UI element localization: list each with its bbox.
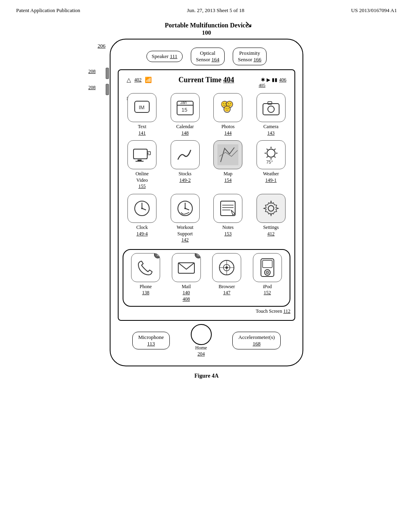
svg-rect-52 bbox=[263, 260, 272, 268]
accelerometers-box: Accelerometer(s)168 bbox=[232, 332, 281, 349]
status-right: ✱ ▶ ▮▮ 406 bbox=[261, 77, 286, 83]
app-label-text: Text141 bbox=[138, 124, 146, 136]
app-icon-map[interactable] bbox=[213, 140, 242, 169]
proximity-sensor: ProximitySensor 166 bbox=[233, 48, 267, 65]
svg-point-39 bbox=[184, 208, 186, 209]
device-title-area: Portable Multifunction Device 100 ↘ bbox=[165, 22, 248, 36]
app-icon-photos[interactable]: 🙂 🙂 🙂 bbox=[213, 93, 242, 122]
app-text[interactable]: IM Text141 bbox=[123, 93, 162, 136]
microphone-item: Microphone113 bbox=[132, 332, 170, 349]
status-402-label: 402 bbox=[134, 77, 142, 83]
app-icon-mail[interactable]: 6 ↙410 bbox=[172, 253, 201, 282]
app-label-weather: Weather149-1 bbox=[263, 171, 279, 183]
accelerometers-item: Accelerometer(s)168 bbox=[232, 332, 281, 349]
im-icon: IM bbox=[131, 97, 152, 118]
app-icon-notes[interactable] bbox=[213, 194, 242, 223]
side-button-volume-down[interactable] bbox=[106, 84, 109, 95]
app-icon-workout[interactable] bbox=[171, 194, 200, 223]
app-online-video[interactable]: OnlineVideo155 bbox=[123, 140, 162, 190]
optical-sensor: OpticalSensor 164 bbox=[191, 48, 225, 65]
app-notes[interactable]: Notes153 bbox=[209, 194, 248, 243]
header-center: Jun. 27, 2013 Sheet 5 of 18 bbox=[187, 7, 244, 14]
svg-point-35 bbox=[141, 208, 143, 209]
microphone-box: Microphone113 bbox=[132, 332, 170, 349]
phone-badge: 4 bbox=[154, 253, 160, 258]
app-label-notes: Notes153 bbox=[222, 224, 234, 237]
app-icon-calendar[interactable]: Jan 15 bbox=[171, 93, 200, 122]
device-title-line2: 100 bbox=[202, 29, 211, 36]
weather-icon: 75° bbox=[261, 144, 282, 165]
app-camera[interactable]: Camera143 bbox=[252, 93, 291, 136]
battery-icon: ▮▮ bbox=[272, 77, 277, 83]
home-label: Home204 bbox=[195, 345, 207, 357]
notes-icon bbox=[217, 198, 238, 219]
play-icon: ▶ bbox=[267, 77, 270, 83]
workout-icon bbox=[175, 198, 196, 219]
header-left: Patent Application Publication bbox=[16, 7, 80, 14]
dock-browser[interactable]: Browser147 bbox=[209, 253, 245, 303]
dock-ipod[interactable]: iPod152 bbox=[249, 253, 286, 303]
home-item[interactable]: Home204 bbox=[191, 324, 212, 357]
clock-icon bbox=[131, 198, 152, 219]
app-stocks[interactable]: Stocks149-2 bbox=[166, 140, 205, 190]
svg-text:15: 15 bbox=[181, 107, 187, 113]
app-icon-camera[interactable] bbox=[257, 93, 286, 122]
side-button-volume-up[interactable] bbox=[106, 68, 109, 79]
page-container: Patent Application Publication Jun. 27, … bbox=[0, 0, 413, 532]
app-workout[interactable]: WorkoutSupport142 bbox=[166, 194, 205, 243]
diagram-area: Portable Multifunction Device 100 ↘ 206 … bbox=[0, 18, 413, 379]
label-406: 406 bbox=[279, 77, 286, 83]
svg-text:75°: 75° bbox=[266, 160, 273, 164]
app-icon-online-video[interactable] bbox=[127, 140, 156, 169]
app-clock[interactable]: Clock149-4 bbox=[123, 194, 162, 243]
device-outer: 208 208 Speaker 111 OpticalSensor 164 bbox=[110, 39, 303, 366]
home-button[interactable] bbox=[191, 324, 212, 345]
app-icon-weather[interactable]: 75° bbox=[257, 140, 286, 169]
dock-phone[interactable]: 4 ↙414 Phone138 bbox=[127, 253, 164, 303]
app-icon-clock[interactable] bbox=[127, 194, 156, 223]
app-icon-browser[interactable] bbox=[212, 253, 241, 282]
settings-icon bbox=[261, 198, 282, 219]
dock-label-browser: Browser147 bbox=[219, 284, 235, 296]
app-calendar[interactable]: Jan 15 Calendar148 bbox=[166, 93, 205, 136]
svg-point-44 bbox=[268, 206, 274, 211]
svg-line-29 bbox=[274, 149, 275, 150]
label-208-bottom: 208 bbox=[88, 85, 96, 91]
app-icon-ipod[interactable] bbox=[253, 253, 282, 282]
wifi-icon: 📶 bbox=[145, 77, 152, 83]
camera-icon bbox=[261, 97, 282, 118]
svg-point-13 bbox=[268, 106, 274, 112]
app-icon-settings[interactable] bbox=[257, 194, 286, 223]
calendar-icon: Jan 15 bbox=[175, 97, 196, 118]
svg-line-27 bbox=[267, 149, 268, 150]
device-title-wrapper: Portable Multifunction Device 100 ↘ bbox=[165, 22, 248, 36]
app-label-calendar: Calendar148 bbox=[176, 124, 194, 136]
app-grid: IM Text141 Jan bbox=[123, 93, 290, 243]
app-label-workout: WorkoutSupport142 bbox=[177, 224, 194, 243]
touch-screen[interactable]: △ 402 📶 Current Time 404 ✱ ▶ ▮▮ bbox=[118, 69, 295, 321]
app-label-online-video: OnlineVideo155 bbox=[136, 171, 149, 190]
speaker-box: Speaker 111 bbox=[146, 51, 183, 62]
mail-icon bbox=[176, 257, 197, 278]
dock-label-ipod: iPod152 bbox=[263, 284, 272, 296]
dock-area: 4 ↙414 Phone138 bbox=[123, 249, 290, 307]
app-weather[interactable]: 75° Weather149-1 bbox=[252, 140, 291, 190]
bottom-row: Microphone113 Home204 Accelerometer(s)16… bbox=[118, 324, 295, 357]
app-map[interactable]: Map154 bbox=[209, 140, 248, 190]
dock-label-phone: Phone138 bbox=[140, 284, 152, 296]
app-label-map: Map154 bbox=[223, 171, 232, 183]
app-photos[interactable]: 🙂 🙂 🙂 Photos144 bbox=[209, 93, 248, 136]
app-label-camera: Camera143 bbox=[263, 124, 278, 136]
app-settings[interactable]: Settings412 bbox=[252, 194, 291, 243]
svg-line-30 bbox=[267, 156, 268, 158]
svg-rect-40 bbox=[221, 201, 235, 216]
figure-caption: Figure 4A bbox=[194, 373, 219, 379]
status-left: △ 402 📶 bbox=[127, 77, 152, 83]
app-icon-stocks[interactable] bbox=[171, 140, 200, 169]
phone-icon bbox=[135, 257, 156, 278]
dock-mail[interactable]: 6 ↙410 Mail140408 bbox=[168, 253, 205, 303]
app-icon-phone[interactable]: 4 ↙414 bbox=[131, 253, 160, 282]
proximity-box: ProximitySensor 166 bbox=[233, 48, 267, 65]
app-icon-text[interactable]: IM bbox=[127, 93, 156, 122]
svg-point-22 bbox=[267, 149, 275, 157]
